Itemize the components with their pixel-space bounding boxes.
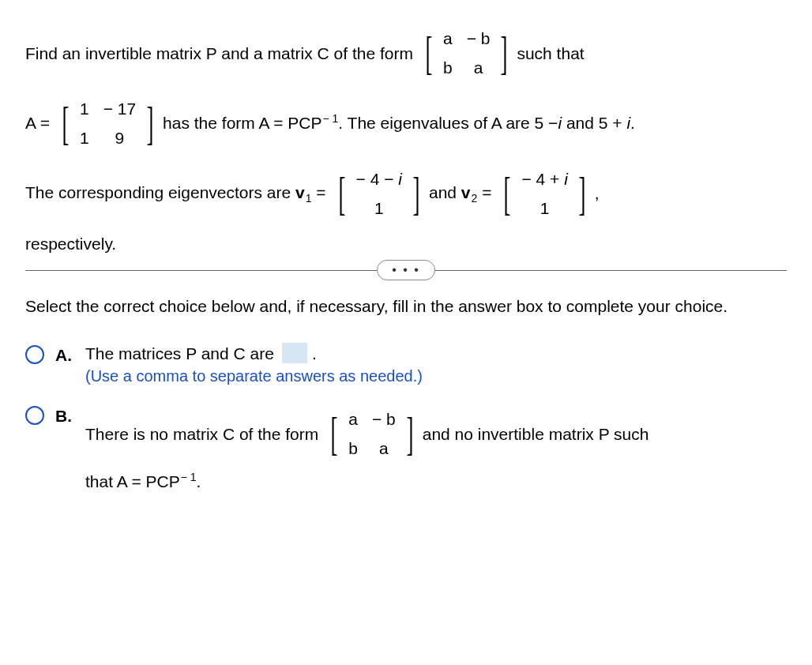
- cell: − b: [372, 408, 396, 430]
- text: There is no matrix C of the form: [85, 423, 318, 445]
- intro-text-1: Find an invertible matrix P and a matrix…: [25, 42, 413, 65]
- form-matrix-b: [ a − b b a ]: [326, 403, 417, 465]
- text: that A = PCP− 1.: [85, 470, 201, 493]
- cell: − 4 − i: [356, 167, 402, 190]
- cell: a: [348, 408, 358, 430]
- bracket-right: ]: [578, 173, 585, 214]
- expand-button-container: • • •: [25, 260, 787, 280]
- cell: a: [443, 27, 453, 50]
- choice-a-row: A. The matrices P and C are . (Use a com…: [25, 340, 787, 387]
- v2-matrix: [ − 4 + i 1 ]: [499, 163, 589, 225]
- period: .: [312, 342, 317, 365]
- problem-line-3: The corresponding eigenvectors are v1 = …: [25, 163, 787, 225]
- comma: ,: [595, 182, 600, 205]
- bracket-left: [: [338, 173, 345, 214]
- cell: 9: [103, 126, 136, 149]
- problem-line-1: Find an invertible matrix P and a matrix…: [25, 22, 787, 85]
- text: has the form A = PCP− 1. The eigenvalues…: [163, 111, 635, 134]
- form-matrix: [ a − b b a ]: [421, 22, 512, 85]
- cell: 1: [80, 126, 89, 149]
- choice-a-hint: (Use a comma to separate answers as need…: [85, 365, 787, 387]
- bracket-left: [: [62, 103, 69, 144]
- bracket-left: [: [425, 32, 432, 73]
- text: respectively.: [25, 232, 116, 255]
- radio-a[interactable]: [25, 345, 44, 364]
- choice-b-label: B.: [55, 404, 77, 427]
- cell: 1: [80, 97, 89, 120]
- cell: 1: [356, 197, 402, 220]
- text: and no invertible matrix P such: [423, 423, 649, 445]
- intro-text-2: such that: [517, 42, 584, 65]
- cell: 1: [521, 197, 567, 220]
- answer-input[interactable]: [282, 343, 307, 363]
- choice-b-body: There is no matrix C of the form [ a − b…: [85, 403, 787, 493]
- text: and v2 =: [429, 181, 491, 207]
- choice-b-row: B. There is no matrix C of the form [ a …: [25, 401, 787, 493]
- bracket-right: ]: [412, 173, 419, 214]
- text: A =: [25, 111, 50, 134]
- v1-matrix: [ − 4 − i 1 ]: [334, 163, 424, 225]
- problem-line-2: A = [ 1 − 17 1 9 ] has the form A = PCP−…: [25, 92, 787, 155]
- bracket-left: [: [504, 173, 511, 214]
- cell: − b: [467, 27, 491, 50]
- cell: a: [372, 437, 396, 460]
- A-matrix: [ 1 − 17 1 9 ]: [58, 92, 158, 155]
- bracket-right: ]: [406, 413, 413, 454]
- radio-b[interactable]: [25, 406, 44, 425]
- cell: − 4 + i: [521, 167, 567, 190]
- choice-a-label: A.: [55, 344, 77, 366]
- instruction-text: Select the correct choice below and, if …: [25, 295, 787, 317]
- problem-line-4: respectively.: [25, 232, 787, 255]
- cell: a: [467, 56, 491, 79]
- bracket-right: ]: [147, 103, 154, 144]
- expand-button[interactable]: • • •: [377, 260, 435, 280]
- cell: − 17: [103, 97, 136, 120]
- cell: b: [443, 56, 453, 79]
- text: The corresponding eigenvectors are v1 =: [25, 181, 326, 207]
- bracket-left: [: [331, 413, 338, 454]
- text: The matrices P and C are: [85, 342, 274, 365]
- bracket-right: ]: [501, 32, 508, 73]
- choices: A. The matrices P and C are . (Use a com…: [25, 340, 787, 494]
- cell: b: [348, 437, 358, 460]
- choice-a-body: The matrices P and C are . (Use a comma …: [85, 342, 787, 387]
